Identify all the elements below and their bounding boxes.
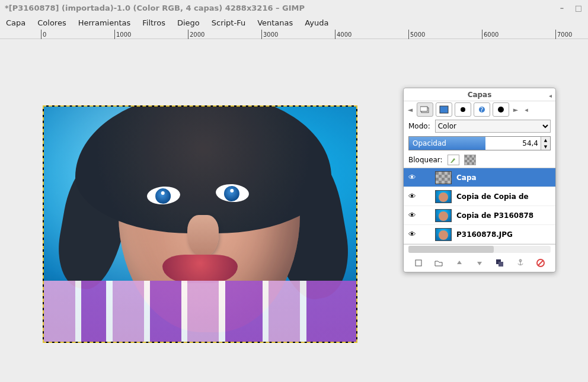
new-layer-icon (414, 259, 423, 267)
svg-rect-9 (498, 262, 503, 267)
layer-row[interactable]: 👁 Copia de Copia de (404, 187, 555, 206)
new-group-button[interactable] (433, 258, 445, 268)
anchor-layer-button[interactable] (514, 258, 526, 268)
layer-thumbnail (435, 228, 452, 241)
menu-filtros[interactable]: Filtros (136, 18, 171, 27)
visibility-toggle-icon[interactable]: 👁 (408, 192, 416, 201)
layer-name[interactable]: P3160878.JPG (456, 230, 513, 239)
ruler-tick: 0 (41, 30, 46, 39)
mode-label: Modo: (408, 122, 430, 130)
panel-title: Capas ◂ (404, 88, 555, 101)
menubar: Capa Colores Herramientas Filtros Diego … (0, 15, 588, 30)
tab-undo[interactable]: ? (474, 102, 490, 117)
layer-thumbnail (435, 171, 452, 184)
maximize-button[interactable]: □ (574, 4, 583, 12)
lock-label: Bloquear: (408, 156, 443, 164)
svg-point-3 (461, 107, 465, 112)
layer-row[interactable]: 👁 Capa (404, 168, 555, 187)
opacity-label: Opacidad (409, 137, 485, 150)
svg-line-11 (538, 261, 543, 265)
lower-layer-button[interactable] (474, 258, 485, 268)
layer-row[interactable]: 👁 P3160878.JPG (404, 225, 555, 244)
menu-capa[interactable]: Capa (0, 18, 31, 27)
menu-ventanas[interactable]: Ventanas (251, 18, 299, 27)
anchor-icon (516, 259, 525, 267)
opacity-spinner[interactable]: ▲▼ (541, 137, 550, 150)
panel-title-text: Capas (468, 91, 492, 99)
layer-list-scrollbar[interactable] (408, 246, 551, 253)
layers-panel[interactable]: Capas ◂ ◄ ? ► ◂ Modo: Color Opacidad 54,… (403, 88, 556, 272)
lock-pixels-button[interactable] (448, 155, 459, 165)
mode-select[interactable]: Color (435, 120, 551, 133)
svg-point-6 (498, 107, 504, 113)
tabs-prev-icon[interactable]: ◄ (406, 106, 414, 114)
svg-text:?: ? (480, 107, 483, 113)
duplicate-icon (496, 259, 504, 267)
ruler-tick: 2000 (188, 30, 204, 39)
menu-colores[interactable]: Colores (31, 18, 72, 27)
tab-histogram[interactable] (493, 102, 509, 117)
opacity-slider[interactable]: Opacidad 54,4 ▲▼ (408, 136, 551, 150)
svg-rect-7 (416, 260, 421, 266)
ruler-tick: 5000 (408, 30, 425, 39)
folder-icon (434, 259, 443, 267)
new-layer-button[interactable] (413, 258, 424, 268)
menu-ayuda[interactable]: Ayuda (299, 18, 334, 27)
ruler-tick: 6000 (482, 30, 498, 39)
tab-paths[interactable] (455, 102, 471, 117)
opacity-value: 54,4 (485, 137, 541, 150)
scrollbar-thumb[interactable] (408, 246, 494, 253)
menu-herramientas[interactable]: Herramientas (72, 18, 137, 27)
ruler-tick: 7000 (555, 30, 572, 39)
layer-actions (404, 254, 555, 272)
panel-tabs: ◄ ? ► ◂ (404, 101, 555, 118)
svg-rect-2 (440, 106, 448, 113)
up-icon (456, 259, 463, 267)
delete-icon (536, 259, 545, 267)
lock-alpha-button[interactable] (464, 155, 476, 165)
ruler-horizontal: 0 1000 2000 3000 4000 5000 6000 7000 (0, 30, 588, 39)
ruler-tick: 3000 (261, 30, 278, 39)
minimize-button[interactable]: – (557, 4, 567, 12)
spin-up-icon[interactable]: ▲ (541, 137, 550, 143)
menu-script-fu[interactable]: Script-Fu (206, 18, 251, 27)
delete-layer-button[interactable] (535, 258, 547, 268)
window-title: *[P3160878] (importada)-1.0 (Color RGB, … (5, 4, 305, 12)
panel-menu-arrow-icon[interactable]: ◂ (549, 89, 552, 102)
spin-down-icon[interactable]: ▼ (541, 143, 550, 150)
paths-icon (458, 105, 468, 114)
layer-name[interactable]: Copia de P3160878 (456, 211, 533, 220)
visibility-toggle-icon[interactable]: 👁 (408, 230, 416, 239)
brush-icon (449, 156, 458, 164)
svg-rect-1 (420, 107, 427, 111)
tab-layers[interactable] (417, 102, 433, 117)
layer-thumbnail (435, 209, 452, 222)
channels-icon (439, 105, 449, 114)
ruler-tick: 4000 (335, 30, 351, 39)
histogram-icon (496, 105, 506, 114)
tabs-next-icon[interactable]: ► (512, 106, 520, 114)
layer-row[interactable]: 👁 Copia de P3160878 (404, 206, 555, 225)
undo-icon: ? (477, 105, 487, 114)
layer-thumbnail (435, 190, 452, 203)
image-canvas[interactable] (43, 105, 357, 343)
mode-row: Modo: Color (404, 118, 555, 134)
layer-list: 👁 Capa 👁 Copia de Copia de 👁 Copia de P3… (404, 168, 555, 245)
tab-channels[interactable] (436, 102, 452, 117)
layer-name[interactable]: Capa (456, 174, 477, 182)
layers-icon (420, 105, 430, 114)
duplicate-layer-button[interactable] (494, 258, 506, 268)
raise-layer-button[interactable] (453, 258, 465, 268)
layer-name[interactable]: Copia de Copia de (456, 192, 529, 201)
image-content (44, 107, 356, 342)
visibility-toggle-icon[interactable]: 👁 (408, 211, 416, 220)
down-icon (476, 259, 483, 267)
tabs-config-icon[interactable]: ◂ (522, 106, 531, 114)
visibility-toggle-icon[interactable]: 👁 (408, 173, 416, 182)
ruler-tick: 1000 (114, 30, 131, 39)
window-titlebar: *[P3160878] (importada)-1.0 (Color RGB, … (0, 0, 588, 15)
lock-row: Bloquear: (404, 152, 555, 168)
menu-diego[interactable]: Diego (171, 18, 206, 27)
